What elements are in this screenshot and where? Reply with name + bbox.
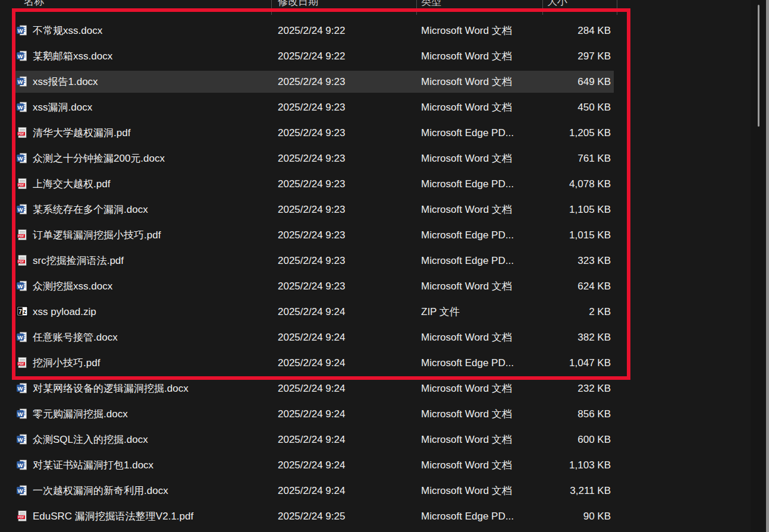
file-size: 624 KB: [540, 281, 611, 292]
file-name: 众测之十分钟捡漏200元.docx: [33, 152, 165, 165]
file-row[interactable]: PDF 上海交大越权.pdf 2025/2/24 9:23 Microsoft …: [0, 173, 611, 195]
file-type: Microsoft Word 文档: [421, 484, 540, 498]
file-name: 某鹅邮箱xss.docx: [33, 49, 112, 63]
file-type: Microsoft Word 文档: [421, 49, 540, 63]
svg-text:W: W: [18, 283, 23, 289]
word-document-icon: W: [17, 408, 27, 420]
file-name-cell: W 一次越权漏洞的新奇利用.docx: [0, 484, 278, 498]
svg-text:W: W: [18, 462, 23, 468]
file-date-modified: 2025/2/24 9:24: [278, 408, 421, 420]
file-date-modified: 2025/2/24 9:23: [278, 255, 421, 267]
file-row[interactable]: W 众测挖掘xss.docx 2025/2/24 9:23 Microsoft …: [0, 275, 611, 297]
file-date-modified: 2025/2/24 9:23: [278, 153, 421, 165]
file-size: 761 KB: [540, 153, 611, 165]
file-row[interactable]: W 众测之十分钟捡漏200元.docx 2025/2/24 9:23 Micro…: [0, 147, 611, 169]
file-row[interactable]: W xss报告1.docx 2025/2/24 9:23 Microsoft W…: [0, 71, 611, 93]
pdf-document-icon: PDF: [17, 229, 27, 241]
file-type: ZIP 文件: [421, 305, 540, 319]
file-date-modified: 2025/2/24 9:23: [278, 281, 421, 292]
file-type: Microsoft Word 文档: [421, 330, 540, 344]
column-header-type[interactable]: 类型: [421, 0, 441, 8]
svg-text:PDF: PDF: [18, 132, 24, 136]
column-header-bar: 名称 修改日期 类型 大小: [0, 0, 769, 15]
file-row[interactable]: 7z xss pyload.zip 2025/2/24 9:24 ZIP 文件 …: [0, 301, 611, 323]
svg-text:PDF: PDF: [18, 234, 24, 238]
file-name-cell: 7z xss pyload.zip: [0, 306, 278, 318]
file-row[interactable]: W 对某网络设备的逻辑漏洞挖掘.docx 2025/2/24 9:24 Micr…: [0, 377, 611, 399]
column-header-date-modified[interactable]: 修改日期: [278, 0, 318, 8]
file-name-cell: W 某鹅邮箱xss.docx: [0, 49, 278, 63]
file-name-cell: W 对某证书站漏洞打包1.docx: [0, 458, 278, 472]
word-document-icon: W: [17, 383, 27, 394]
file-size: 297 KB: [540, 51, 611, 62]
file-row[interactable]: W 对某证书站漏洞打包1.docx 2025/2/24 9:24 Microso…: [0, 454, 611, 476]
column-header-name[interactable]: 名称: [24, 0, 44, 8]
column-divider[interactable]: [617, 0, 617, 15]
file-row[interactable]: W xss漏洞.docx 2025/2/24 9:23 Microsoft Wo…: [0, 96, 611, 118]
file-name: 上海交大越权.pdf: [33, 177, 110, 191]
file-row[interactable]: PDF 清华大学越权漏洞.pdf 2025/2/24 9:23 Microsof…: [0, 122, 611, 144]
file-size: 232 KB: [540, 383, 611, 395]
file-date-modified: 2025/2/24 9:24: [278, 383, 421, 395]
word-document-icon: W: [17, 459, 27, 471]
svg-text:PDF: PDF: [18, 183, 24, 187]
column-divider[interactable]: [416, 0, 417, 15]
file-list: W 不常规xss.docx 2025/2/24 9:22 Microsoft W…: [0, 20, 611, 531]
svg-text:W: W: [18, 411, 23, 417]
file-date-modified: 2025/2/24 9:24: [278, 306, 421, 318]
word-document-icon: W: [17, 204, 27, 215]
pdf-document-icon: PDF: [17, 178, 27, 190]
file-name-cell: W 众测之十分钟捡漏200元.docx: [0, 152, 278, 165]
file-row[interactable]: PDF 挖洞小技巧.pdf 2025/2/24 9:24 Microsoft E…: [0, 352, 611, 374]
file-row[interactable]: W 任意账号接管.docx 2025/2/24 9:24 Microsoft W…: [0, 326, 611, 348]
file-name-cell: W 零元购漏洞挖掘.docx: [0, 407, 278, 421]
file-name: xss pyload.zip: [33, 306, 96, 318]
file-name: 一次越权漏洞的新奇利用.docx: [33, 484, 168, 498]
file-date-modified: 2025/2/24 9:24: [278, 459, 421, 471]
file-row[interactable]: W 某系统存在多个漏洞.docx 2025/2/24 9:23 Microsof…: [0, 199, 611, 221]
file-size: 1,015 KB: [540, 229, 611, 241]
file-type: Microsoft Word 文档: [421, 100, 540, 114]
file-type: Microsoft Word 文档: [421, 75, 540, 89]
file-size: 2 KB: [540, 306, 611, 318]
file-name-cell: W 任意账号接管.docx: [0, 330, 278, 344]
file-row[interactable]: W 某鹅邮箱xss.docx 2025/2/24 9:22 Microsoft …: [0, 45, 611, 67]
file-date-modified: 2025/2/24 9:24: [278, 485, 421, 497]
file-row[interactable]: W 一次越权漏洞的新奇利用.docx 2025/2/24 9:24 Micros…: [0, 480, 611, 502]
file-size: 1,105 KB: [540, 204, 611, 216]
word-document-icon: W: [17, 51, 27, 62]
file-date-modified: 2025/2/24 9:23: [278, 204, 421, 216]
file-size: 3,211 KB: [540, 485, 611, 497]
file-type: Microsoft Word 文档: [421, 407, 540, 421]
file-name: 某系统存在多个漏洞.docx: [33, 203, 148, 216]
file-name: EduSRC 漏洞挖掘语法整理V2.1.pdf: [33, 509, 193, 523]
scrollbar-thumb[interactable]: [758, 5, 759, 127]
file-name-cell: PDF src挖掘捡洞语法.pdf: [0, 254, 278, 267]
file-name-cell: PDF 挖洞小技巧.pdf: [0, 356, 278, 370]
file-row[interactable]: W 不常规xss.docx 2025/2/24 9:22 Microsoft W…: [0, 20, 611, 42]
file-size: 323 KB: [540, 255, 611, 267]
file-row[interactable]: W 零元购漏洞挖掘.docx 2025/2/24 9:24 Microsoft …: [0, 403, 611, 425]
word-document-icon: W: [17, 332, 27, 343]
file-row[interactable]: PDF src挖掘捡洞语法.pdf 2025/2/24 9:23 Microso…: [0, 250, 611, 272]
file-type: Microsoft Word 文档: [421, 279, 540, 293]
svg-text:PDF: PDF: [18, 260, 24, 263]
svg-text:W: W: [18, 78, 23, 85]
pdf-document-icon: PDF: [17, 255, 27, 266]
file-name-cell: PDF 订单逻辑漏洞挖掘小技巧.pdf: [0, 228, 278, 242]
file-date-modified: 2025/2/24 9:25: [278, 511, 421, 522]
file-name: xss漏洞.docx: [33, 100, 92, 114]
file-date-modified: 2025/2/24 9:24: [278, 434, 421, 446]
column-divider[interactable]: [542, 0, 543, 15]
file-size: 450 KB: [540, 102, 611, 114]
file-row[interactable]: W 众测SQL注入的挖掘.docx 2025/2/24 9:24 Microso…: [0, 429, 611, 451]
file-size: 284 KB: [540, 25, 611, 37]
file-row[interactable]: PDF 订单逻辑漏洞挖掘小技巧.pdf 2025/2/24 9:23 Micro…: [0, 224, 611, 246]
file-name-cell: PDF EduSRC 漏洞挖掘语法整理V2.1.pdf: [0, 509, 278, 523]
file-date-modified: 2025/2/24 9:24: [278, 357, 421, 369]
word-document-icon: W: [17, 76, 27, 87]
column-divider[interactable]: [271, 0, 272, 15]
file-size: 1,205 KB: [540, 127, 611, 139]
file-row[interactable]: PDF EduSRC 漏洞挖掘语法整理V2.1.pdf 2025/2/24 9:…: [0, 505, 611, 527]
column-header-size[interactable]: 大小: [547, 0, 567, 8]
